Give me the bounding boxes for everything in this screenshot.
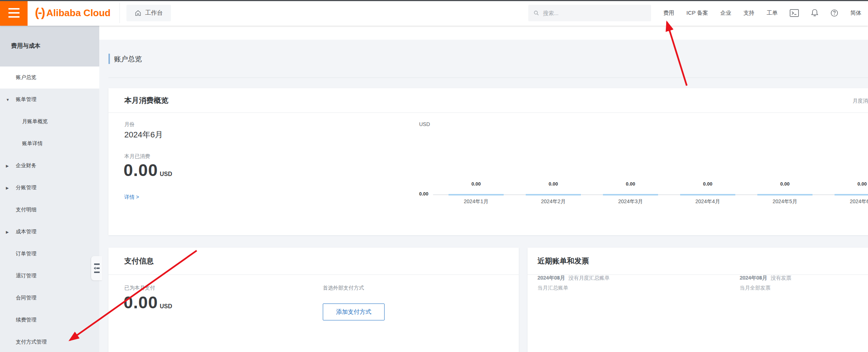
paid-amount-value: 0.00: [124, 292, 158, 312]
paid-label: 已为本月支付: [124, 285, 155, 291]
sidebar-item-label: 账单管理: [16, 96, 36, 103]
invoice-row: 2024年03月 没有发票: [740, 275, 792, 281]
sidebar-item[interactable]: 账户总览: [0, 67, 99, 89]
invoice-date: 2024年03月: [740, 275, 767, 281]
language-switch[interactable]: 简体: [850, 10, 861, 17]
sidebar-item[interactable]: 支付明细: [0, 199, 99, 221]
expand-arrow-icon: ▼: [6, 98, 10, 102]
title-divider: [108, 78, 868, 78]
sidebar-item-label: 合同管理: [16, 295, 36, 301]
monthly-consumption-card-title: 本月消费概览: [108, 88, 868, 113]
search-icon: [533, 10, 539, 16]
spent-amount-value: 0.00: [124, 160, 158, 180]
chart-line-segment: [680, 194, 735, 195]
sidebar-item[interactable]: 退订管理: [0, 265, 99, 287]
chart-axis-value: 0.00: [419, 191, 428, 197]
sidebar-item-label: 账户总览: [16, 74, 36, 81]
month-value: 2024年6月: [124, 129, 163, 140]
sidebar-item[interactable]: 订单管理: [0, 243, 99, 265]
payment-info-card-title: 支付信息: [108, 248, 519, 275]
hamburger-menu-button[interactable]: [0, 0, 28, 26]
page-title-accent-bar: [108, 54, 110, 64]
alibaba-cloud-logo[interactable]: (-) Alibaba Cloud: [35, 7, 111, 19]
topbar-menu: 费用 ICP 备案 企业 支持 工单: [663, 10, 778, 17]
bill-row: 2024年03月 没有月度汇总账单: [537, 275, 610, 281]
sidebar-menu: 账户总览 ▼ 账单管理 月账单概览 账单详情 ▶ 企业财务 ▶: [0, 67, 99, 352]
expand-arrow-icon: ▶: [6, 186, 9, 190]
search-box[interactable]: [528, 5, 651, 21]
page-title: 账户总览: [114, 54, 142, 64]
sidebar-item[interactable]: 月账单概览: [0, 111, 99, 133]
topbar-menu-item[interactable]: 费用: [663, 10, 674, 17]
preferred-payment-label: 首选外部支付方式: [323, 285, 364, 291]
sidebar-item[interactable]: ▼ 账单管理: [0, 89, 99, 111]
chart-point: 0.00 2024年2月: [515, 180, 592, 213]
chart-point-value: 0.00: [824, 181, 868, 187]
month-label: 月份: [124, 121, 135, 128]
sidebar-item-label: 成本管理: [16, 229, 36, 235]
monthly-consumption-card: 本月消费概览 月度消费 月份 2024年6月 本月已消费 0.00 USD 详情…: [108, 88, 868, 235]
collapse-arrow-icon: [94, 267, 100, 270]
search-input[interactable]: [543, 10, 646, 16]
sidebar-item[interactable]: 合同管理: [0, 287, 99, 309]
bill-date: 2024年03月: [537, 275, 565, 281]
sidebar-item[interactable]: 续费管理: [0, 309, 99, 331]
add-payment-method-button[interactable]: 添加支付方式: [323, 303, 385, 320]
topbar-separator: [119, 3, 120, 23]
sidebar: 费用与成本 账户总览 ▼ 账单管理 月账单概览 账单详情 ▶: [0, 26, 99, 352]
sidebar-item[interactable]: ▶ 分账管理: [0, 177, 99, 199]
expand-arrow-icon: ▶: [6, 230, 9, 234]
chart-point-month: 2024年1月: [437, 198, 515, 205]
console-terminal-icon[interactable]: [790, 9, 799, 17]
expand-arrow-icon: ▶: [6, 164, 9, 168]
chart-line-segment: [835, 194, 868, 195]
chart-line-segment: [449, 194, 504, 195]
chart-point-value: 0.00: [592, 181, 669, 187]
sidebar-item-label: 退订管理: [16, 273, 36, 279]
home-icon: [135, 10, 142, 17]
invoices-column-header: 当月全部发票: [740, 285, 771, 291]
chart-point: 0.00 2024年3月: [592, 180, 669, 213]
help-icon[interactable]: [831, 9, 838, 17]
workbench-button[interactable]: 工作台: [126, 5, 171, 21]
topbar-menu-item[interactable]: 支持: [743, 10, 754, 17]
chart-point-value: 0.00: [746, 181, 824, 187]
monthly-consumption-chart: 0.00 0.00 2024年1月 0.00 2024年2月 0.00: [419, 180, 868, 213]
chart-point: 0.00 2024年1月: [437, 180, 515, 213]
sidebar-item-label: 月账单概览: [22, 118, 48, 125]
recent-bills-card: 近期账单和发票 当月汇总账单 当月全部发票 2024年05月 没有月度汇总账单 …: [528, 248, 868, 352]
chart-point-month: 2024年4月: [669, 198, 746, 205]
chart-point-month: 2024年3月: [592, 198, 669, 205]
sidebar-item[interactable]: ▶ 企业财务: [0, 155, 99, 177]
detail-link[interactable]: 详情 >: [124, 194, 139, 201]
sidebar-item-label: 账单详情: [22, 140, 43, 147]
notifications-bell-icon[interactable]: [811, 9, 818, 17]
bills-column-header: 当月汇总账单: [537, 285, 568, 291]
sidebar-item[interactable]: 账单详情: [0, 133, 99, 155]
topbar-menu-item[interactable]: 企业: [720, 10, 731, 17]
sidebar-collapse-handle[interactable]: [91, 256, 102, 280]
chart-point-month: 2024年2月: [515, 198, 592, 205]
paid-amount: 0.00 USD: [124, 292, 172, 312]
chart-points: 0.00 2024年1月 0.00 2024年2月 0.00 2024年3月: [437, 180, 868, 213]
hamburger-icon: [8, 8, 19, 10]
topbar-right: 费用 ICP 备案 企业 支持 工单: [528, 5, 868, 21]
topbar-menu-item[interactable]: 工单: [767, 10, 778, 17]
topbar-menu-item[interactable]: ICP 备案: [686, 10, 708, 17]
chart-point-month: 2024年5月: [746, 198, 824, 205]
chart-line-segment: [757, 194, 812, 195]
chart-line-segment: [603, 194, 658, 195]
alibaba-cloud-logo-icon: (-): [35, 6, 44, 18]
sidebar-item-label: 企业财务: [16, 162, 36, 169]
chart-point: 0.00 2024年5月: [746, 180, 824, 213]
monthly-consumption-legend: 月度消费: [853, 98, 868, 104]
sidebar-item[interactable]: 支付方式管理: [0, 331, 99, 352]
spent-label: 本月已消费: [124, 153, 150, 160]
sidebar-item[interactable]: ▶ 成本管理: [0, 221, 99, 243]
topbar: (-) Alibaba Cloud 工作台 费用 ICP 备案 企业 支持 工: [0, 0, 868, 26]
chart-line-segment: [526, 194, 581, 195]
window-top-edge: [0, 0, 868, 1]
alibaba-cloud-logo-text: Alibaba Cloud: [46, 7, 111, 19]
chart-point: 0.00 2024年4月: [669, 180, 746, 213]
sidebar-title: 费用与成本: [0, 26, 99, 67]
